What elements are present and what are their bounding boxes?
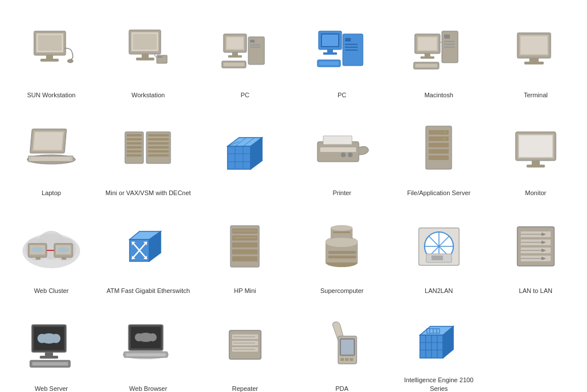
- svg-rect-69: [148, 142, 169, 144]
- item-supercomputer[interactable]: Supercomputer: [297, 207, 388, 299]
- pc-gray-label: PC: [241, 91, 249, 99]
- svg-rect-133: [232, 249, 257, 254]
- svg-rect-65: [127, 154, 142, 157]
- svg-point-179: [135, 333, 143, 341]
- svg-rect-93: [429, 143, 449, 147]
- svg-rect-25: [345, 38, 351, 41]
- svg-rect-145: [333, 231, 350, 233]
- item-atm-gigabit[interactable]: ATM Fast Gigabit Etherswitch: [103, 207, 194, 299]
- pc-gray-icon: [221, 16, 270, 86]
- item-mini-vax[interactable]: Mini or VAX/VSM with DECnet: [103, 109, 194, 201]
- svg-rect-60: [127, 134, 142, 136]
- svg-point-170: [37, 334, 47, 343]
- item-pda[interactable]: PDA: [297, 305, 388, 392]
- file-server-icon: [417, 114, 460, 184]
- svg-point-97: [444, 138, 446, 140]
- svg-rect-172: [45, 352, 53, 356]
- svg-point-5: [67, 59, 73, 63]
- svg-point-180: [149, 333, 157, 341]
- svg-rect-21: [228, 55, 242, 58]
- svg-rect-119: [62, 257, 66, 260]
- svg-point-116: [65, 248, 69, 252]
- svg-rect-27: [345, 47, 358, 48]
- svg-rect-4: [40, 59, 59, 62]
- svg-point-96: [444, 131, 446, 134]
- monitor-label: Monitor: [525, 189, 547, 197]
- svg-rect-10: [136, 58, 154, 60]
- pc-blue-icon: [317, 16, 366, 86]
- printer-icon: [315, 114, 369, 184]
- pc-blue-label: PC: [338, 91, 346, 99]
- item-web-server[interactable]: Web Server: [6, 305, 97, 392]
- svg-rect-193: [341, 340, 354, 355]
- item-terminal[interactable]: Terminal: [490, 12, 581, 104]
- svg-rect-16: [250, 47, 260, 48]
- svg-rect-12: [158, 56, 162, 58]
- svg-point-111: [39, 248, 43, 252]
- item-blue-cube[interactable]: [199, 109, 290, 201]
- laptop-icon: [25, 114, 77, 184]
- svg-rect-130: [232, 229, 257, 234]
- lan2lan-label: LAN2LAN: [425, 287, 453, 295]
- svg-rect-38: [444, 41, 455, 42]
- laptop-label: Laptop: [41, 189, 61, 197]
- lan-to-lan-icon: [513, 212, 559, 282]
- item-lan2lan[interactable]: LAN2LAN: [393, 207, 484, 299]
- svg-rect-26: [345, 44, 358, 45]
- svg-rect-132: [232, 242, 257, 248]
- item-lan-to-lan[interactable]: LAN to LAN: [490, 207, 581, 299]
- item-pc-gray[interactable]: PC: [199, 12, 290, 104]
- terminal-label: Terminal: [524, 91, 548, 99]
- hp-mini-icon: [225, 212, 265, 282]
- item-sun-workstation[interactable]: SUN Workstation: [6, 12, 97, 104]
- item-intelligence-engine[interactable]: Intelligence Engine 2100 Series: [393, 305, 484, 392]
- item-web-cluster[interactable]: Web Cluster: [6, 207, 97, 299]
- svg-rect-45: [421, 56, 434, 59]
- web-server-label: Web Server: [35, 385, 68, 392]
- svg-rect-62: [127, 142, 142, 144]
- svg-rect-43: [418, 37, 437, 50]
- item-file-server[interactable]: File/Application Server: [393, 109, 484, 201]
- item-monitor[interactable]: Monitor: [490, 109, 581, 201]
- item-web-browser[interactable]: Web Browser: [103, 305, 194, 392]
- item-printer[interactable]: Printer: [297, 109, 388, 201]
- item-pc-blue[interactable]: PC: [297, 12, 388, 104]
- svg-rect-55: [33, 132, 63, 150]
- svg-rect-134: [232, 256, 257, 261]
- svg-rect-196: [350, 358, 353, 361]
- macintosh-label: Macintosh: [425, 91, 453, 99]
- svg-rect-153: [431, 256, 443, 260]
- terminal-icon: [513, 16, 559, 86]
- svg-rect-61: [127, 138, 142, 140]
- svg-rect-31: [322, 35, 338, 46]
- svg-rect-8: [133, 34, 157, 50]
- svg-rect-63: [127, 146, 142, 149]
- svg-rect-183: [126, 353, 165, 356]
- svg-point-171: [51, 334, 60, 343]
- svg-rect-131: [232, 235, 257, 241]
- svg-rect-58: [31, 157, 70, 161]
- svg-point-115: [58, 248, 62, 252]
- monitor-icon: [513, 114, 559, 184]
- mini-vax-label: Mini or VAX/VSM with DECnet: [105, 189, 191, 197]
- svg-rect-15: [250, 44, 260, 45]
- svg-rect-195: [345, 358, 349, 361]
- svg-rect-87: [323, 136, 352, 144]
- atm-gigabit-icon: [125, 212, 171, 282]
- item-hp-mini[interactable]: HP Mini: [199, 207, 290, 299]
- svg-rect-14: [250, 40, 255, 43]
- pda-icon: [322, 310, 362, 380]
- item-laptop[interactable]: Laptop: [6, 109, 97, 201]
- file-server-label: File/Application Server: [407, 189, 471, 197]
- sun-workstation-label: SUN Workstation: [27, 91, 75, 99]
- item-repeater[interactable]: Repeater: [199, 305, 290, 392]
- web-browser-label: Web Browser: [129, 385, 167, 392]
- svg-point-89: [341, 153, 346, 157]
- svg-rect-72: [148, 154, 169, 157]
- item-macintosh[interactable]: Macintosh: [393, 12, 484, 104]
- svg-rect-144: [328, 256, 356, 258]
- svg-rect-2: [38, 35, 62, 51]
- lan-to-lan-label: LAN to LAN: [519, 287, 552, 295]
- svg-rect-23: [224, 63, 244, 66]
- item-workstation[interactable]: Workstation: [103, 12, 194, 104]
